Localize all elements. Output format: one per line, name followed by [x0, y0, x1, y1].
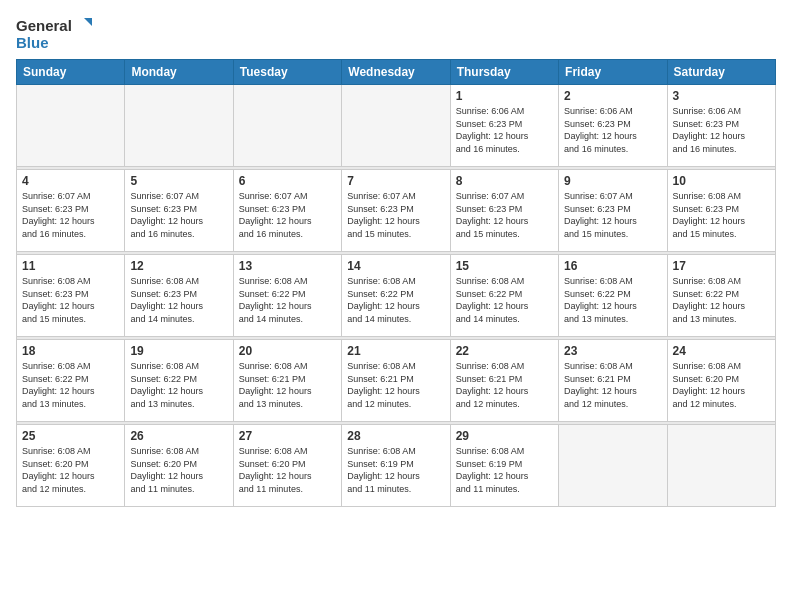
day-info: Sunrise: 6:08 AM Sunset: 6:21 PM Dayligh…: [456, 360, 553, 410]
calendar-week-row: 18Sunrise: 6:08 AM Sunset: 6:22 PM Dayli…: [17, 340, 776, 422]
day-number: 1: [456, 89, 553, 103]
day-info: Sunrise: 6:08 AM Sunset: 6:20 PM Dayligh…: [130, 445, 227, 495]
calendar-cell: 16Sunrise: 6:08 AM Sunset: 6:22 PM Dayli…: [559, 255, 667, 337]
day-info: Sunrise: 6:08 AM Sunset: 6:19 PM Dayligh…: [347, 445, 444, 495]
calendar-cell: 19Sunrise: 6:08 AM Sunset: 6:22 PM Dayli…: [125, 340, 233, 422]
calendar-cell: 20Sunrise: 6:08 AM Sunset: 6:21 PM Dayli…: [233, 340, 341, 422]
calendar-cell: 25Sunrise: 6:08 AM Sunset: 6:20 PM Dayli…: [17, 425, 125, 507]
day-number: 18: [22, 344, 119, 358]
calendar-week-row: 25Sunrise: 6:08 AM Sunset: 6:20 PM Dayli…: [17, 425, 776, 507]
day-number: 4: [22, 174, 119, 188]
calendar-cell: [233, 85, 341, 167]
day-info: Sunrise: 6:08 AM Sunset: 6:19 PM Dayligh…: [456, 445, 553, 495]
day-number: 5: [130, 174, 227, 188]
calendar-cell: 26Sunrise: 6:08 AM Sunset: 6:20 PM Dayli…: [125, 425, 233, 507]
calendar-week-row: 4Sunrise: 6:07 AM Sunset: 6:23 PM Daylig…: [17, 170, 776, 252]
day-info: Sunrise: 6:06 AM Sunset: 6:23 PM Dayligh…: [673, 105, 770, 155]
day-number: 6: [239, 174, 336, 188]
calendar-cell: 23Sunrise: 6:08 AM Sunset: 6:21 PM Dayli…: [559, 340, 667, 422]
calendar-cell: 3Sunrise: 6:06 AM Sunset: 6:23 PM Daylig…: [667, 85, 775, 167]
calendar-cell: 24Sunrise: 6:08 AM Sunset: 6:20 PM Dayli…: [667, 340, 775, 422]
calendar-cell: 4Sunrise: 6:07 AM Sunset: 6:23 PM Daylig…: [17, 170, 125, 252]
calendar-cell: 7Sunrise: 6:07 AM Sunset: 6:23 PM Daylig…: [342, 170, 450, 252]
day-number: 28: [347, 429, 444, 443]
calendar-cell: 15Sunrise: 6:08 AM Sunset: 6:22 PM Dayli…: [450, 255, 558, 337]
day-info: Sunrise: 6:06 AM Sunset: 6:23 PM Dayligh…: [456, 105, 553, 155]
day-info: Sunrise: 6:08 AM Sunset: 6:23 PM Dayligh…: [22, 275, 119, 325]
day-number: 24: [673, 344, 770, 358]
day-info: Sunrise: 6:08 AM Sunset: 6:22 PM Dayligh…: [347, 275, 444, 325]
day-info: Sunrise: 6:08 AM Sunset: 6:22 PM Dayligh…: [456, 275, 553, 325]
day-info: Sunrise: 6:08 AM Sunset: 6:23 PM Dayligh…: [673, 190, 770, 240]
logo-blue: Blue: [16, 34, 49, 51]
calendar-cell: 11Sunrise: 6:08 AM Sunset: 6:23 PM Dayli…: [17, 255, 125, 337]
calendar-cell: 14Sunrise: 6:08 AM Sunset: 6:22 PM Dayli…: [342, 255, 450, 337]
day-info: Sunrise: 6:08 AM Sunset: 6:20 PM Dayligh…: [673, 360, 770, 410]
day-number: 9: [564, 174, 661, 188]
calendar-cell: 1Sunrise: 6:06 AM Sunset: 6:23 PM Daylig…: [450, 85, 558, 167]
calendar-week-row: 11Sunrise: 6:08 AM Sunset: 6:23 PM Dayli…: [17, 255, 776, 337]
calendar-cell: 12Sunrise: 6:08 AM Sunset: 6:23 PM Dayli…: [125, 255, 233, 337]
weekday-header: Thursday: [450, 60, 558, 85]
day-info: Sunrise: 6:08 AM Sunset: 6:22 PM Dayligh…: [130, 360, 227, 410]
day-info: Sunrise: 6:08 AM Sunset: 6:22 PM Dayligh…: [564, 275, 661, 325]
day-number: 16: [564, 259, 661, 273]
day-info: Sunrise: 6:06 AM Sunset: 6:23 PM Dayligh…: [564, 105, 661, 155]
calendar-cell: 22Sunrise: 6:08 AM Sunset: 6:21 PM Dayli…: [450, 340, 558, 422]
calendar-cell: 8Sunrise: 6:07 AM Sunset: 6:23 PM Daylig…: [450, 170, 558, 252]
day-info: Sunrise: 6:07 AM Sunset: 6:23 PM Dayligh…: [347, 190, 444, 240]
logo-general: General: [16, 17, 72, 34]
day-number: 2: [564, 89, 661, 103]
calendar-week-row: 1Sunrise: 6:06 AM Sunset: 6:23 PM Daylig…: [17, 85, 776, 167]
day-number: 23: [564, 344, 661, 358]
page: General Blue SundayMondayTuesdayWednesda…: [0, 0, 792, 612]
calendar-cell: 21Sunrise: 6:08 AM Sunset: 6:21 PM Dayli…: [342, 340, 450, 422]
day-number: 8: [456, 174, 553, 188]
day-number: 20: [239, 344, 336, 358]
logo-bird-icon: [74, 16, 92, 34]
calendar-cell: [17, 85, 125, 167]
weekday-header-row: SundayMondayTuesdayWednesdayThursdayFrid…: [17, 60, 776, 85]
day-number: 14: [347, 259, 444, 273]
weekday-header: Tuesday: [233, 60, 341, 85]
calendar-cell: 28Sunrise: 6:08 AM Sunset: 6:19 PM Dayli…: [342, 425, 450, 507]
weekday-header: Sunday: [17, 60, 125, 85]
day-number: 25: [22, 429, 119, 443]
calendar-cell: 17Sunrise: 6:08 AM Sunset: 6:22 PM Dayli…: [667, 255, 775, 337]
day-number: 3: [673, 89, 770, 103]
calendar-cell: 13Sunrise: 6:08 AM Sunset: 6:22 PM Dayli…: [233, 255, 341, 337]
day-info: Sunrise: 6:07 AM Sunset: 6:23 PM Dayligh…: [22, 190, 119, 240]
calendar-cell: 5Sunrise: 6:07 AM Sunset: 6:23 PM Daylig…: [125, 170, 233, 252]
day-info: Sunrise: 6:08 AM Sunset: 6:21 PM Dayligh…: [239, 360, 336, 410]
day-info: Sunrise: 6:07 AM Sunset: 6:23 PM Dayligh…: [456, 190, 553, 240]
day-info: Sunrise: 6:07 AM Sunset: 6:23 PM Dayligh…: [130, 190, 227, 240]
weekday-header: Friday: [559, 60, 667, 85]
weekday-header: Monday: [125, 60, 233, 85]
day-info: Sunrise: 6:08 AM Sunset: 6:21 PM Dayligh…: [564, 360, 661, 410]
day-number: 12: [130, 259, 227, 273]
day-info: Sunrise: 6:08 AM Sunset: 6:20 PM Dayligh…: [239, 445, 336, 495]
day-number: 27: [239, 429, 336, 443]
day-number: 17: [673, 259, 770, 273]
day-number: 7: [347, 174, 444, 188]
day-info: Sunrise: 6:07 AM Sunset: 6:23 PM Dayligh…: [564, 190, 661, 240]
logo: General Blue: [16, 16, 92, 51]
calendar-cell: 10Sunrise: 6:08 AM Sunset: 6:23 PM Dayli…: [667, 170, 775, 252]
day-info: Sunrise: 6:08 AM Sunset: 6:22 PM Dayligh…: [22, 360, 119, 410]
day-number: 26: [130, 429, 227, 443]
day-number: 21: [347, 344, 444, 358]
calendar-cell: 27Sunrise: 6:08 AM Sunset: 6:20 PM Dayli…: [233, 425, 341, 507]
svg-marker-0: [84, 18, 92, 26]
weekday-header: Saturday: [667, 60, 775, 85]
calendar-cell: 18Sunrise: 6:08 AM Sunset: 6:22 PM Dayli…: [17, 340, 125, 422]
calendar-cell: [667, 425, 775, 507]
day-info: Sunrise: 6:08 AM Sunset: 6:22 PM Dayligh…: [239, 275, 336, 325]
day-number: 15: [456, 259, 553, 273]
day-number: 22: [456, 344, 553, 358]
calendar-cell: 9Sunrise: 6:07 AM Sunset: 6:23 PM Daylig…: [559, 170, 667, 252]
header: General Blue: [16, 16, 776, 51]
calendar-table: SundayMondayTuesdayWednesdayThursdayFrid…: [16, 59, 776, 507]
day-number: 10: [673, 174, 770, 188]
calendar-cell: [559, 425, 667, 507]
calendar-cell: [342, 85, 450, 167]
